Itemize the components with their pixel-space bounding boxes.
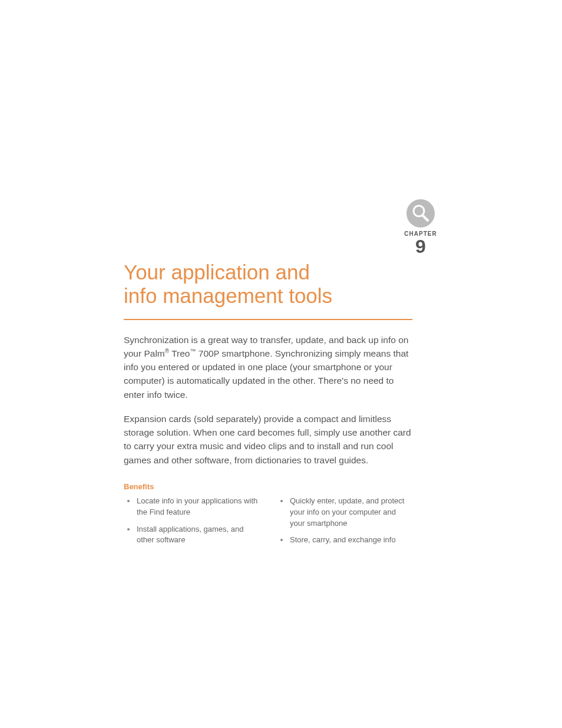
chapter-marker: CHAPTER 9 (394, 199, 447, 256)
benefits-right-column: Quickly enter, update, and protect your … (277, 496, 412, 552)
page-content: Your application and info management too… (124, 261, 412, 552)
benefits-left-column: Locate info in your applications with th… (124, 496, 259, 552)
intro-paragraph-2: Expansion cards (sold separately) provid… (124, 412, 412, 467)
benefit-text: Install applications, games, and other s… (137, 524, 259, 546)
bullet-icon (127, 528, 130, 531)
benefit-text: Quickly enter, update, and protect your … (290, 496, 412, 529)
title-divider (124, 319, 412, 320)
title-line-2: info management tools (124, 284, 332, 307)
benefits-columns: Locate info in your applications with th… (124, 496, 412, 552)
benefit-text: Locate info in your applications with th… (137, 496, 259, 518)
bullet-icon (127, 500, 130, 502)
title-line-1: Your application and (124, 261, 310, 284)
intro-paragraph-1: Synchronization is a great way to transf… (124, 333, 412, 401)
trademark-mark: ™ (190, 348, 196, 354)
chapter-number: 9 (394, 237, 447, 256)
benefits-heading: Benefits (124, 482, 412, 491)
benefit-text: Store, carry, and exchange info (290, 535, 396, 546)
svg-point-0 (406, 199, 435, 228)
benefit-item: Quickly enter, update, and protect your … (277, 496, 412, 529)
bullet-icon (280, 539, 283, 541)
bullet-icon (280, 500, 283, 502)
benefit-item: Locate info in your applications with th… (124, 496, 259, 518)
page-title: Your application and info management too… (124, 261, 412, 308)
benefit-item: Store, carry, and exchange info (277, 535, 412, 546)
magnifier-icon (406, 199, 435, 228)
benefit-item: Install applications, games, and other s… (124, 524, 259, 546)
